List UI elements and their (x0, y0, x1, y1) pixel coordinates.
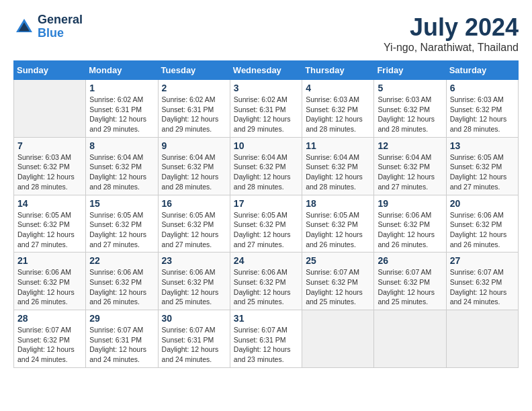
day-number: 21 (17, 255, 82, 266)
weekday-header-monday: Monday (86, 61, 158, 80)
day-number: 1 (89, 83, 154, 93)
calendar-cell: 20Sunrise: 6:06 AM Sunset: 6:32 PM Dayli… (446, 195, 518, 253)
calendar-cell: 9Sunrise: 6:04 AM Sunset: 6:32 PM Daylig… (158, 137, 230, 195)
calendar-cell: 31Sunrise: 6:07 AM Sunset: 6:31 PM Dayli… (230, 310, 302, 368)
calendar-cell (14, 80, 86, 138)
day-number: 29 (89, 313, 154, 324)
calendar-cell: 7Sunrise: 6:03 AM Sunset: 6:32 PM Daylig… (14, 137, 86, 195)
day-info: Sunrise: 6:02 AM Sunset: 6:31 PM Dayligh… (234, 95, 298, 134)
day-number: 10 (234, 140, 298, 151)
day-number: 15 (89, 198, 154, 209)
day-info: Sunrise: 6:05 AM Sunset: 6:32 PM Dayligh… (306, 210, 370, 250)
calendar-cell: 8Sunrise: 6:04 AM Sunset: 6:32 PM Daylig… (86, 137, 158, 195)
day-info: Sunrise: 6:04 AM Sunset: 6:32 PM Dayligh… (306, 152, 370, 192)
calendar-cell: 4Sunrise: 6:03 AM Sunset: 6:32 PM Daylig… (302, 80, 374, 138)
calendar-cell: 17Sunrise: 6:05 AM Sunset: 6:32 PM Dayli… (230, 195, 302, 253)
calendar-header-row: SundayMondayTuesdayWednesdayThursdayFrid… (14, 61, 519, 80)
day-number: 3 (234, 83, 298, 93)
calendar-cell: 28Sunrise: 6:07 AM Sunset: 6:32 PM Dayli… (14, 310, 86, 368)
day-number: 9 (162, 140, 226, 151)
calendar-cell: 29Sunrise: 6:07 AM Sunset: 6:31 PM Dayli… (86, 310, 158, 368)
weekday-header-saturday: Saturday (446, 61, 518, 80)
calendar-cell: 11Sunrise: 6:04 AM Sunset: 6:32 PM Dayli… (302, 137, 374, 195)
day-number: 27 (450, 255, 515, 266)
day-info: Sunrise: 6:03 AM Sunset: 6:32 PM Dayligh… (306, 95, 370, 134)
location-title: Yi-ngo, Narathiwat, Thailand (384, 42, 519, 54)
day-number: 24 (234, 255, 298, 266)
weekday-header-thursday: Thursday (302, 61, 374, 80)
day-number: 18 (306, 198, 370, 209)
day-info: Sunrise: 6:06 AM Sunset: 6:32 PM Dayligh… (234, 267, 298, 307)
day-number: 11 (306, 140, 370, 151)
calendar-cell (302, 310, 374, 368)
logo: General Blue (13, 13, 83, 40)
day-number: 8 (89, 140, 154, 151)
calendar-table: SundayMondayTuesdayWednesdayThursdayFrid… (13, 60, 519, 368)
calendar-cell (446, 310, 518, 368)
day-info: Sunrise: 6:05 AM Sunset: 6:32 PM Dayligh… (17, 210, 82, 250)
calendar-cell: 10Sunrise: 6:04 AM Sunset: 6:32 PM Dayli… (230, 137, 302, 195)
calendar-cell: 2Sunrise: 6:02 AM Sunset: 6:31 PM Daylig… (158, 80, 230, 138)
day-info: Sunrise: 6:07 AM Sunset: 6:32 PM Dayligh… (17, 325, 82, 365)
day-number: 2 (162, 83, 226, 93)
calendar-cell: 19Sunrise: 6:06 AM Sunset: 6:32 PM Dayli… (374, 195, 446, 253)
day-info: Sunrise: 6:07 AM Sunset: 6:32 PM Dayligh… (306, 267, 370, 307)
calendar-cell: 25Sunrise: 6:07 AM Sunset: 6:32 PM Dayli… (302, 253, 374, 310)
calendar-cell: 15Sunrise: 6:05 AM Sunset: 6:32 PM Dayli… (86, 195, 158, 253)
calendar-cell: 27Sunrise: 6:07 AM Sunset: 6:32 PM Dayli… (446, 253, 518, 310)
day-number: 16 (162, 198, 226, 209)
day-number: 13 (450, 140, 515, 151)
calendar-cell: 30Sunrise: 6:07 AM Sunset: 6:31 PM Dayli… (158, 310, 230, 368)
calendar-cell: 24Sunrise: 6:06 AM Sunset: 6:32 PM Dayli… (230, 253, 302, 310)
calendar-week-row: 14Sunrise: 6:05 AM Sunset: 6:32 PM Dayli… (14, 195, 519, 253)
day-info: Sunrise: 6:06 AM Sunset: 6:32 PM Dayligh… (378, 210, 442, 250)
day-number: 28 (17, 313, 82, 324)
day-number: 4 (306, 83, 370, 93)
day-number: 12 (378, 140, 442, 151)
weekday-header-sunday: Sunday (14, 61, 86, 80)
calendar-cell: 12Sunrise: 6:04 AM Sunset: 6:32 PM Dayli… (374, 137, 446, 195)
day-number: 26 (378, 255, 442, 266)
day-info: Sunrise: 6:06 AM Sunset: 6:32 PM Dayligh… (17, 267, 82, 307)
day-info: Sunrise: 6:07 AM Sunset: 6:31 PM Dayligh… (234, 325, 298, 365)
weekday-header-friday: Friday (374, 61, 446, 80)
calendar-cell (374, 310, 446, 368)
day-number: 23 (162, 255, 226, 266)
weekday-header-tuesday: Tuesday (158, 61, 230, 80)
logo-text: General Blue (38, 13, 83, 40)
calendar-cell: 18Sunrise: 6:05 AM Sunset: 6:32 PM Dayli… (302, 195, 374, 253)
page-header: General Blue July 2024 Yi-ngo, Narathiwa… (13, 13, 519, 54)
day-number: 20 (450, 198, 515, 209)
calendar-cell: 13Sunrise: 6:05 AM Sunset: 6:32 PM Dayli… (446, 137, 518, 195)
day-info: Sunrise: 6:05 AM Sunset: 6:32 PM Dayligh… (162, 210, 226, 250)
day-number: 7 (17, 140, 82, 151)
day-number: 22 (89, 255, 154, 266)
calendar-week-row: 7Sunrise: 6:03 AM Sunset: 6:32 PM Daylig… (14, 137, 519, 195)
day-number: 25 (306, 255, 370, 266)
day-info: Sunrise: 6:06 AM Sunset: 6:32 PM Dayligh… (89, 267, 154, 307)
day-info: Sunrise: 6:03 AM Sunset: 6:32 PM Dayligh… (17, 152, 82, 192)
calendar-week-row: 21Sunrise: 6:06 AM Sunset: 6:32 PM Dayli… (14, 253, 519, 310)
day-info: Sunrise: 6:06 AM Sunset: 6:32 PM Dayligh… (450, 210, 515, 250)
day-number: 30 (162, 313, 226, 324)
day-info: Sunrise: 6:04 AM Sunset: 6:32 PM Dayligh… (378, 152, 442, 192)
day-info: Sunrise: 6:05 AM Sunset: 6:32 PM Dayligh… (234, 210, 298, 250)
calendar-cell: 14Sunrise: 6:05 AM Sunset: 6:32 PM Dayli… (14, 195, 86, 253)
calendar-cell: 16Sunrise: 6:05 AM Sunset: 6:32 PM Dayli… (158, 195, 230, 253)
day-info: Sunrise: 6:04 AM Sunset: 6:32 PM Dayligh… (234, 152, 298, 192)
calendar-cell: 3Sunrise: 6:02 AM Sunset: 6:31 PM Daylig… (230, 80, 302, 138)
calendar-cell: 5Sunrise: 6:03 AM Sunset: 6:32 PM Daylig… (374, 80, 446, 138)
day-info: Sunrise: 6:07 AM Sunset: 6:31 PM Dayligh… (162, 325, 226, 365)
day-info: Sunrise: 6:06 AM Sunset: 6:32 PM Dayligh… (162, 267, 226, 307)
day-info: Sunrise: 6:05 AM Sunset: 6:32 PM Dayligh… (89, 210, 154, 250)
day-info: Sunrise: 6:07 AM Sunset: 6:31 PM Dayligh… (89, 325, 154, 365)
day-number: 5 (378, 83, 442, 93)
day-number: 6 (450, 83, 515, 93)
day-info: Sunrise: 6:02 AM Sunset: 6:31 PM Dayligh… (162, 95, 226, 134)
day-info: Sunrise: 6:07 AM Sunset: 6:32 PM Dayligh… (450, 267, 515, 307)
logo-icon (13, 16, 35, 38)
day-info: Sunrise: 6:03 AM Sunset: 6:32 PM Dayligh… (378, 95, 442, 134)
calendar-cell: 21Sunrise: 6:06 AM Sunset: 6:32 PM Dayli… (14, 253, 86, 310)
month-title: July 2024 (384, 13, 519, 42)
weekday-header-wednesday: Wednesday (230, 61, 302, 80)
